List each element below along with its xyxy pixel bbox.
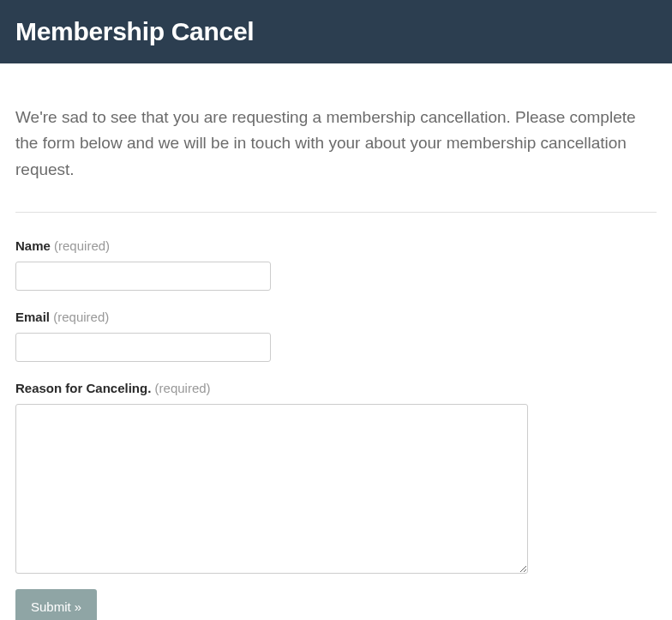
reason-label-text: Reason for Canceling. [15, 381, 151, 395]
email-label-text: Email [15, 310, 50, 324]
email-required-text: (required) [53, 310, 109, 324]
reason-required-text: (required) [155, 381, 211, 395]
reason-textarea[interactable] [15, 404, 528, 574]
form-group-reason: Reason for Canceling. (required) [15, 381, 657, 577]
email-label: Email (required) [15, 310, 657, 324]
divider [15, 212, 657, 213]
email-input[interactable] [15, 333, 271, 362]
name-label: Name (required) [15, 238, 657, 253]
name-label-text: Name [15, 238, 51, 253]
reason-label: Reason for Canceling. (required) [15, 381, 657, 395]
form-group-email: Email (required) [15, 310, 657, 362]
name-required-text: (required) [54, 238, 110, 253]
page-title: Membership Cancel [15, 17, 657, 46]
page-header: Membership Cancel [0, 0, 672, 63]
form-group-name: Name (required) [15, 238, 657, 291]
intro-text: We're sad to see that you are requesting… [15, 105, 657, 183]
name-input[interactable] [15, 262, 271, 291]
submit-button[interactable]: Submit » [15, 589, 97, 620]
page-content: We're sad to see that you are requesting… [0, 63, 672, 620]
